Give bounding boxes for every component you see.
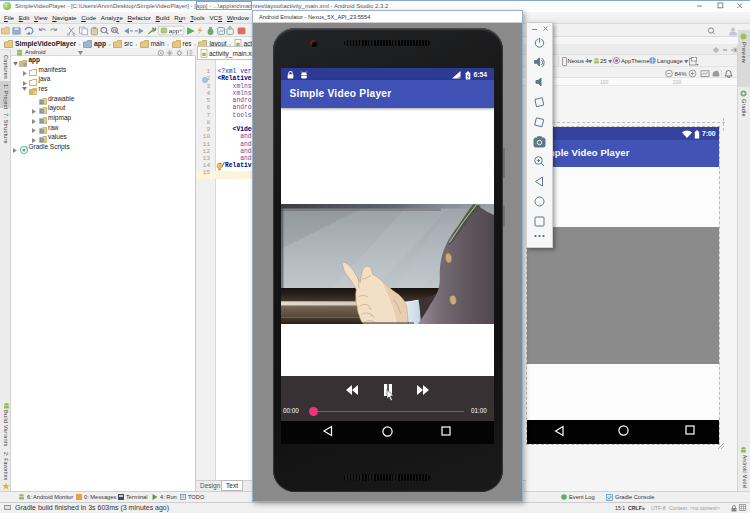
svg-text:84%: 84%	[675, 71, 688, 77]
svg-text:app: app	[169, 28, 180, 34]
